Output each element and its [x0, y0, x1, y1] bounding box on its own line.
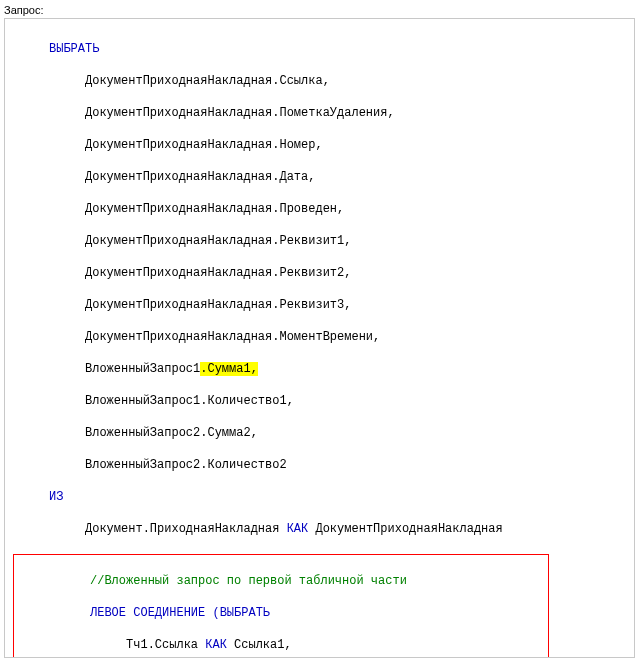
comment-line: //Вложенный запрос по первой табличной ч…	[90, 574, 407, 588]
from-alias: ДокументПриходнаяНакладная	[308, 522, 502, 536]
keyword-as: КАК	[287, 522, 309, 536]
select-field: ДокументПриходнаяНакладная.Реквизит2,	[85, 266, 351, 280]
select-field: ВложенныйЗапрос1.Количество1,	[85, 394, 294, 408]
from-table: Документ.ПриходнаяНакладная	[85, 522, 287, 536]
select-field: ДокументПриходнаяНакладная.Ссылка,	[85, 74, 330, 88]
keyword-select: ВЫБРАТЬ	[49, 42, 99, 56]
select-field: ВложенныйЗапрос1	[85, 362, 200, 376]
select-field: ДокументПриходнаяНакладная.Проведен,	[85, 202, 344, 216]
highlighted-text: .Сумма1,	[200, 362, 258, 376]
keyword-from: ИЗ	[49, 490, 63, 504]
query-text-area[interactable]: ВЫБРАТЬ ДокументПриходнаяНакладная.Ссылк…	[4, 18, 635, 658]
select-field: ДокументПриходнаяНакладная.Реквизит3,	[85, 298, 351, 312]
sub-field: Тч1.Ссылка	[126, 638, 205, 652]
keyword-left: ЛЕВОЕ	[90, 606, 126, 620]
select-field: ДокументПриходнаяНакладная.Реквизит1,	[85, 234, 351, 248]
query-code: ВЫБРАТЬ ДокументПриходнаяНакладная.Ссылк…	[13, 25, 626, 658]
select-field: ВложенныйЗапрос2.Количество2	[85, 458, 287, 472]
highlight-box-1: //Вложенный запрос по первой табличной ч…	[13, 554, 549, 658]
keyword-join: СОЕДИНЕНИЕ	[133, 606, 205, 620]
subquery-open: (ВЫБРАТЬ	[205, 606, 270, 620]
select-field: ДокументПриходнаяНакладная.ПометкаУдален…	[85, 106, 395, 120]
select-field: ДокументПриходнаяНакладная.МоментВремени…	[85, 330, 380, 344]
select-field: ДокументПриходнаяНакладная.Номер,	[85, 138, 323, 152]
panel-title: Запрос:	[0, 0, 639, 18]
select-field: ДокументПриходнаяНакладная.Дата,	[85, 170, 315, 184]
select-field: ВложенныйЗапрос2.Сумма2,	[85, 426, 258, 440]
